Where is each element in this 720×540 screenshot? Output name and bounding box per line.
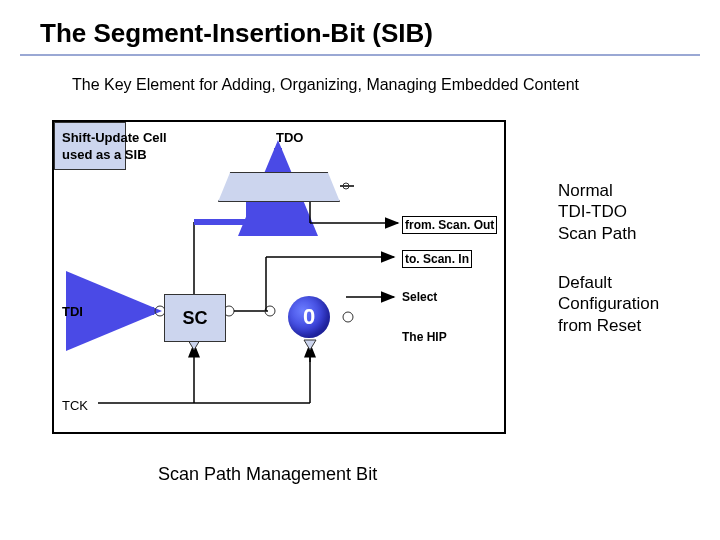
diagram-svg	[54, 122, 504, 432]
shift-update-cell-label: Shift-Update Cell used as a SIB	[62, 130, 167, 164]
svg-point-18	[343, 312, 353, 322]
top-mux	[218, 172, 340, 202]
shift-capture-block: SC	[164, 294, 226, 342]
sib-diagram: Shift-Update Cell used as a SIB TDO TDI …	[52, 120, 506, 434]
tck-label: TCK	[62, 398, 88, 413]
zero-text: 0	[303, 304, 315, 330]
slide-subtitle: The Key Element for Adding, Organizing, …	[72, 76, 579, 94]
to-scan-in-label: to. Scan. In	[402, 250, 472, 268]
zero-bubble: 0	[288, 296, 330, 338]
tdo-label: TDO	[276, 130, 303, 145]
tdi-label: TDI	[62, 304, 83, 319]
note-normal-path: Normal TDI-TDO Scan Path	[558, 180, 636, 244]
hip-label: The HIP	[402, 330, 447, 344]
note-default-config: Default Configuration from Reset	[558, 272, 659, 336]
slide: The Segment-Insertion-Bit (SIB) The Key …	[0, 0, 720, 540]
svg-marker-24	[304, 340, 316, 350]
sc-text: SC	[182, 308, 207, 329]
title-divider	[20, 54, 700, 56]
diagram-caption: Scan Path Management Bit	[158, 464, 377, 485]
from-scan-out-label: from. Scan. Out	[402, 216, 497, 234]
slide-title: The Segment-Insertion-Bit (SIB)	[40, 18, 433, 49]
select-label: Select	[402, 290, 437, 304]
